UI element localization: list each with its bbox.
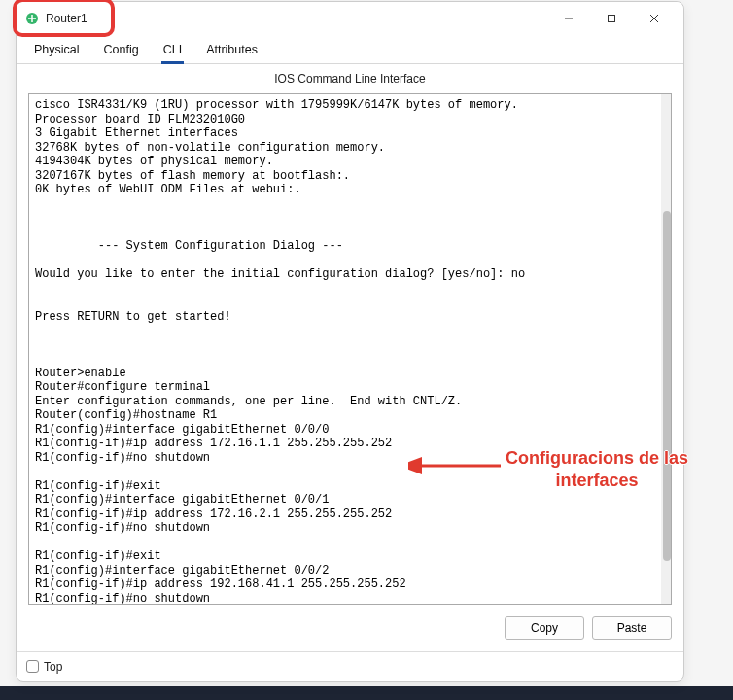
router-icon (24, 11, 40, 26)
cli-output[interactable]: cisco ISR4331/K9 (1RU) processor with 17… (29, 94, 671, 605)
scrollbar-thumb[interactable] (663, 211, 671, 561)
close-button[interactable] (633, 4, 676, 33)
paste-button[interactable]: Paste (592, 616, 672, 640)
svg-rect-2 (609, 16, 615, 22)
titlebar: Router1 (17, 2, 683, 35)
tab-cli[interactable]: CLI (152, 35, 193, 63)
top-label: Top (44, 660, 62, 674)
top-checkbox[interactable] (26, 660, 39, 673)
tab-config[interactable]: Config (92, 35, 151, 63)
tab-attributes[interactable]: Attributes (194, 35, 269, 63)
window-controls (547, 4, 676, 33)
cli-terminal[interactable]: cisco ISR4331/K9 (1RU) processor with 17… (28, 93, 672, 605)
scrollbar-track[interactable] (661, 94, 671, 604)
tabs: Physical Config CLI Attributes (17, 35, 683, 64)
bottom-strip (0, 686, 733, 700)
minimize-button[interactable] (547, 4, 590, 33)
footer: Top (17, 651, 683, 681)
tab-physical[interactable]: Physical (22, 35, 91, 63)
button-row: Copy Paste (17, 612, 683, 651)
maximize-button[interactable] (590, 4, 633, 33)
copy-button[interactable]: Copy (505, 616, 584, 640)
router-window: Router1 Physical Config CLI Attributes I… (16, 1, 684, 682)
window-title: Router1 (46, 12, 87, 25)
cli-header: IOS Command Line Interface (17, 64, 683, 89)
